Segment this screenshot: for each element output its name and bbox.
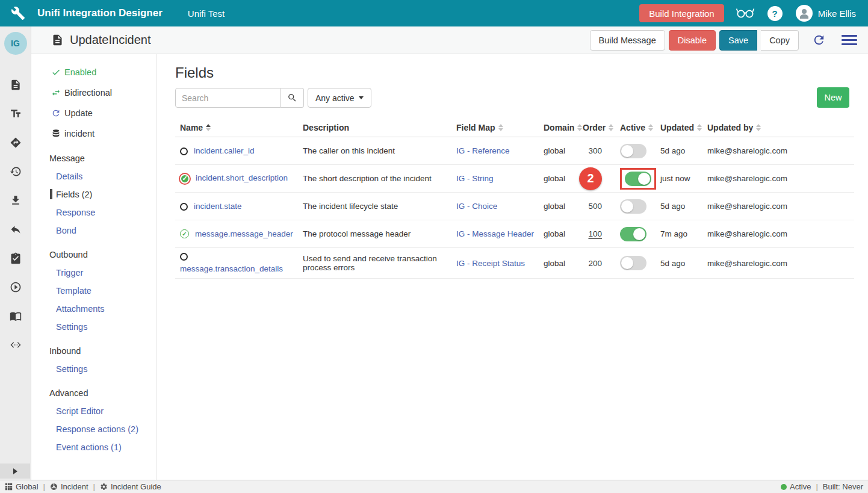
- active-filter-dropdown[interactable]: Any active: [308, 88, 371, 108]
- field-map-link[interactable]: IG - String: [456, 174, 494, 183]
- disable-button[interactable]: Disable: [669, 30, 716, 51]
- field-map-link[interactable]: IG - Choice: [456, 202, 497, 211]
- sidebar-item-settings[interactable]: Settings: [31, 364, 156, 374]
- sidebar-item-template[interactable]: Template: [31, 285, 156, 296]
- sidebar-item-attachments[interactable]: Attachments: [31, 303, 156, 314]
- statusbar-item-incident-guide[interactable]: Incident Guide: [100, 482, 161, 491]
- field-name-link[interactable]: message.message_header: [195, 229, 293, 238]
- new-button[interactable]: New: [817, 87, 849, 108]
- field-name-link[interactable]: message.transaction_details: [180, 264, 283, 273]
- column-header-name[interactable]: Name: [175, 123, 298, 132]
- refresh-icon[interactable]: [812, 33, 826, 47]
- order-value[interactable]: 500: [588, 202, 602, 211]
- active-toggle[interactable]: [625, 172, 651, 186]
- nav-status-update: Update: [31, 107, 156, 119]
- fields-table: NameDescriptionField MapDomainOrderActiv…: [175, 118, 854, 279]
- ig-avatar[interactable]: IG: [4, 32, 27, 55]
- build-message-button[interactable]: Build Message: [590, 30, 665, 51]
- text-fields-icon[interactable]: [0, 99, 31, 128]
- app-title: Unifi Integration Designer: [37, 7, 163, 19]
- inactive-circle-icon: [180, 253, 188, 261]
- column-header-order[interactable]: Order: [578, 123, 615, 132]
- sidebar-item-bond[interactable]: Bond: [31, 225, 156, 235]
- active-cell: [615, 199, 656, 214]
- copy-button[interactable]: Copy: [761, 30, 799, 51]
- sort-icon: [498, 124, 503, 131]
- order-cell: 500: [578, 202, 615, 211]
- sidebar-item-script-editor[interactable]: Script Editor: [31, 406, 156, 416]
- updated-cell: just now: [656, 174, 702, 183]
- code-icon[interactable]: [0, 330, 31, 359]
- inactive-circle-icon: [180, 147, 188, 155]
- search-input[interactable]: [175, 88, 281, 108]
- tasks-icon[interactable]: [0, 244, 31, 273]
- field-map-cell: IG - Reference: [451, 146, 539, 155]
- order-value[interactable]: 300: [588, 146, 602, 155]
- order-value[interactable]: 200: [588, 259, 602, 268]
- nav-group-message: MessageDetailsFields (2)ResponseBond: [31, 153, 156, 235]
- menu-icon[interactable]: [842, 33, 857, 48]
- play-icon[interactable]: [0, 273, 31, 302]
- history-icon[interactable]: [0, 157, 31, 186]
- sort-icon: [697, 124, 702, 131]
- statusbar-item-global[interactable]: Global: [5, 482, 39, 491]
- active-toggle[interactable]: [620, 227, 646, 241]
- search-icon: [287, 93, 297, 103]
- order-value[interactable]: 100: [588, 229, 602, 238]
- build-integration-button[interactable]: Build Integration: [639, 4, 724, 22]
- nav-group-advanced: AdvancedScript EditorResponse actions (2…: [31, 388, 156, 452]
- help-icon[interactable]: ?: [767, 6, 783, 21]
- field-map-link[interactable]: IG - Reference: [456, 146, 510, 155]
- column-header-field-map[interactable]: Field Map: [451, 123, 539, 132]
- nav-group-header: Inbound: [31, 346, 156, 356]
- active-cell: [615, 256, 656, 270]
- annotation-step-badge: 2: [579, 167, 602, 190]
- grid-icon: [5, 483, 13, 491]
- bidirectional-icon: [51, 88, 61, 98]
- sidebar-item-trigger[interactable]: Trigger: [31, 267, 156, 278]
- glasses-icon[interactable]: [735, 7, 755, 20]
- sidebar-item-settings[interactable]: Settings: [31, 321, 156, 332]
- sidebar-item-fields-2[interactable]: Fields (2): [50, 189, 156, 199]
- updated-cell: 5d ago: [656, 146, 702, 155]
- statusbar-item-incident[interactable]: Incident: [50, 482, 88, 491]
- search-button[interactable]: [281, 88, 304, 108]
- reply-icon[interactable]: [0, 215, 31, 244]
- user-menu[interactable]: Mike Ellis: [796, 5, 856, 22]
- sidebar-item-details[interactable]: Details: [31, 171, 156, 181]
- field-name-link[interactable]: incident.state: [194, 202, 242, 211]
- update-icon: [51, 108, 61, 118]
- sidebar-item-event-actions-1[interactable]: Event actions (1): [31, 442, 156, 452]
- field-map-link[interactable]: IG - Message Header: [456, 229, 534, 238]
- save-button[interactable]: Save: [719, 30, 757, 51]
- domain-cell: global: [539, 146, 578, 155]
- field-name-link[interactable]: incident.caller_id: [194, 146, 255, 155]
- column-header-active[interactable]: Active: [615, 123, 656, 132]
- nav-group-header: Advanced: [31, 388, 156, 398]
- active-toggle[interactable]: [620, 144, 646, 158]
- nav-group-header: Message: [31, 153, 156, 163]
- check-icon: [51, 67, 61, 77]
- updated-by-cell: mike@sharelogic.com: [702, 229, 854, 238]
- field-map-link[interactable]: IG - Receipt Status: [456, 259, 525, 268]
- active-toggle[interactable]: [620, 256, 646, 270]
- column-header-updated[interactable]: Updated: [656, 123, 702, 132]
- download-icon[interactable]: [0, 186, 31, 215]
- active-cell: [615, 227, 656, 241]
- active-toggle[interactable]: [620, 199, 646, 214]
- directions-icon[interactable]: [0, 128, 31, 157]
- field-name-link[interactable]: incident.short_description: [196, 173, 288, 182]
- domain-cell: global: [539, 202, 578, 211]
- nav-group-outbound: OutboundTriggerTemplateAttachmentsSettin…: [31, 250, 156, 332]
- column-header-updated-by[interactable]: Updated by: [702, 123, 854, 132]
- annotation-highlight-box: [620, 168, 656, 190]
- sidebar-item-response[interactable]: Response: [31, 207, 156, 217]
- sidebar-item-response-actions-2[interactable]: Response actions (2): [31, 424, 156, 434]
- column-header-domain[interactable]: Domain: [539, 123, 578, 132]
- book-icon[interactable]: [0, 302, 31, 330]
- domain-cell: global: [539, 259, 578, 268]
- table-row: incident.stateThe incident lifecycle sta…: [175, 193, 854, 220]
- incident-icon: [50, 483, 58, 491]
- document-icon[interactable]: [0, 70, 31, 99]
- expand-sidebar-button[interactable]: [0, 464, 30, 479]
